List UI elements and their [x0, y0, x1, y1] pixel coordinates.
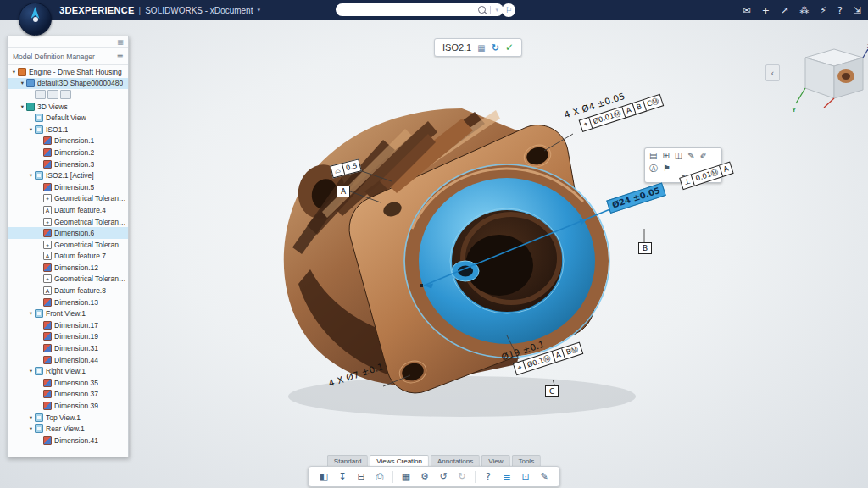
- tab-standard[interactable]: Standard: [327, 455, 368, 467]
- tree-item[interactable]: Dimension.37: [8, 389, 128, 401]
- tree-item[interactable]: Dimension.13: [8, 297, 128, 308]
- tree-item[interactable]: Dimension.35: [8, 377, 128, 389]
- tree-item[interactable]: ▾default3D Shape00000480: [8, 78, 128, 90]
- note-icon[interactable]: ✎: [536, 469, 553, 484]
- tree-item[interactable]: Dimension.3: [8, 158, 128, 170]
- tab-view[interactable]: View: [481, 455, 509, 467]
- datum-label-c[interactable]: C: [545, 385, 559, 397]
- navigation-cube[interactable]: Z Y: [788, 41, 868, 115]
- datum-icon[interactable]: Ⓐ: [649, 164, 658, 173]
- expand-arrow-icon[interactable]: ▾: [27, 126, 35, 133]
- expand-arrow-icon[interactable]: ▾: [10, 69, 18, 75]
- refresh-icon[interactable]: ↻: [492, 42, 499, 53]
- tree-item[interactable]: Dimension.44: [8, 354, 128, 366]
- tab-annotations[interactable]: Annotations: [431, 455, 480, 467]
- grid-icon[interactable]: ⊞: [662, 151, 669, 160]
- tree-shape-badges[interactable]: [8, 89, 128, 101]
- expand-arrow-icon[interactable]: ▾: [19, 103, 26, 110]
- apps-icon[interactable]: ⚡: [820, 6, 826, 15]
- app-name[interactable]: SOLIDWORKS - xDocument: [145, 6, 253, 15]
- import-icon[interactable]: ↧: [334, 469, 351, 484]
- save-icon[interactable]: ⊟: [353, 469, 370, 484]
- settings-icon[interactable]: ⚙: [416, 469, 433, 484]
- undo-icon[interactable]: ↺: [435, 469, 452, 484]
- tree-item[interactable]: Dimension.17: [8, 319, 128, 331]
- tree-item[interactable]: Dimension.12: [8, 262, 128, 274]
- expand-arrow-icon[interactable]: ▾: [27, 310, 35, 317]
- tree-item[interactable]: Default View: [8, 112, 128, 124]
- pen-icon[interactable]: ✐: [700, 151, 707, 160]
- tab-tools[interactable]: Tools: [511, 455, 541, 467]
- tree-item[interactable]: ▾Top View.1: [8, 412, 128, 424]
- tree-item[interactable]: Dimension.5: [8, 181, 128, 193]
- tree-item[interactable]: Dimension.19: [8, 331, 128, 343]
- tree-item[interactable]: ⌖Geometrical Tolerance.4: [8, 216, 128, 228]
- tree-item[interactable]: ⌖Geometrical Tolerance.6: [8, 274, 128, 286]
- fullscreen-icon[interactable]: ⇲: [854, 6, 861, 15]
- layers-icon[interactable]: ≣: [498, 469, 515, 484]
- help-icon[interactable]: ?: [480, 469, 497, 484]
- table-icon[interactable]: ▤: [649, 151, 657, 160]
- tree-item[interactable]: ADatum feature.8: [8, 285, 128, 297]
- tree-item[interactable]: Dimension.41: [8, 435, 128, 446]
- view-icon: [35, 367, 43, 375]
- cube-collapse-chevron[interactable]: ‹: [765, 64, 780, 81]
- tree-item[interactable]: ▾ISO2.1 [Active]: [8, 169, 128, 181]
- community-icon[interactable]: ⁂: [799, 6, 809, 15]
- search-input[interactable]: [341, 5, 474, 15]
- datum-label-b[interactable]: B: [638, 242, 652, 254]
- shaded-view-icon[interactable]: ◧: [315, 469, 332, 484]
- datum-icon: A: [43, 206, 52, 214]
- tree-item[interactable]: ▾ISO1.1: [8, 124, 128, 136]
- expand-arrow-icon[interactable]: ▾: [27, 172, 35, 179]
- tree-item[interactable]: ⌖Geometrical Tolerance.5: [8, 239, 128, 251]
- add-icon[interactable]: +: [762, 6, 770, 15]
- hamburger-menu-icon[interactable]: ≡: [117, 52, 128, 61]
- tree-item-label: Dimension.37: [54, 390, 98, 398]
- search-icon[interactable]: [478, 6, 486, 14]
- expand-arrow-icon[interactable]: ▾: [19, 80, 26, 86]
- tree-item[interactable]: ▾Front View.1: [8, 308, 128, 319]
- tree-item[interactable]: ▾3D Views: [8, 101, 128, 113]
- share-icon[interactable]: ↗: [781, 6, 788, 15]
- expand-arrow-icon[interactable]: ▾: [27, 414, 35, 421]
- redo-icon[interactable]: ↻: [453, 469, 470, 484]
- help-icon[interactable]: ?: [837, 6, 843, 15]
- tree-item[interactable]: Dimension.6: [8, 227, 128, 239]
- shape-config-icon[interactable]: [60, 90, 71, 99]
- global-search[interactable]: ▾: [336, 3, 504, 16]
- display-icon[interactable]: ⊡: [517, 469, 534, 484]
- tab-views-creation[interactable]: Views Creation: [370, 455, 429, 467]
- expand-arrow-icon[interactable]: ▾: [27, 368, 35, 374]
- tree-item[interactable]: Dimension.31: [8, 342, 128, 354]
- panel-grid-icon[interactable]: ▦: [117, 38, 124, 46]
- view-table-icon[interactable]: ▦: [477, 43, 485, 53]
- columns-icon[interactable]: ◫: [675, 151, 682, 160]
- chevron-down-icon[interactable]: ▾: [257, 7, 260, 14]
- tree-item[interactable]: ▾Rear View.1: [8, 423, 128, 435]
- print-icon[interactable]: ⎙: [371, 469, 388, 484]
- tree-item[interactable]: ▾Engine - Drive Shaft Housing: [8, 66, 128, 78]
- tag-icon[interactable]: ⚐: [502, 3, 515, 17]
- tree-item[interactable]: Dimension.2: [8, 147, 128, 158]
- tree-item[interactable]: Dimension.39: [8, 400, 128, 412]
- datum-label-a[interactable]: A: [337, 186, 350, 197]
- expand-arrow-icon[interactable]: ▾: [27, 425, 35, 432]
- tree-item[interactable]: Dimension.1: [8, 136, 128, 147]
- tree-item[interactable]: ADatum feature.7: [8, 251, 128, 263]
- tree-item[interactable]: ▾Right View.1: [8, 365, 128, 377]
- 3d-viewport[interactable]: [0, 20, 868, 488]
- dim-icon: [43, 298, 52, 307]
- flag-icon[interactable]: ⚑: [663, 164, 670, 173]
- shape-config-icon[interactable]: [47, 90, 58, 99]
- edit-icon[interactable]: ✎: [687, 151, 694, 160]
- panel-header: Model Definition Manager ≡: [8, 48, 128, 65]
- section-icon[interactable]: ▦: [398, 469, 415, 484]
- tree-item[interactable]: ADatum feature.4: [8, 204, 128, 216]
- messages-icon[interactable]: ✉: [743, 6, 751, 15]
- 3dexperience-compass-logo[interactable]: [19, 3, 52, 36]
- dim-icon: [43, 321, 52, 330]
- tree-item[interactable]: ⌖Geometrical Tolerance.3: [8, 193, 128, 205]
- shape-config-icon[interactable]: [35, 90, 46, 99]
- search-caret-icon[interactable]: ▾: [495, 7, 498, 14]
